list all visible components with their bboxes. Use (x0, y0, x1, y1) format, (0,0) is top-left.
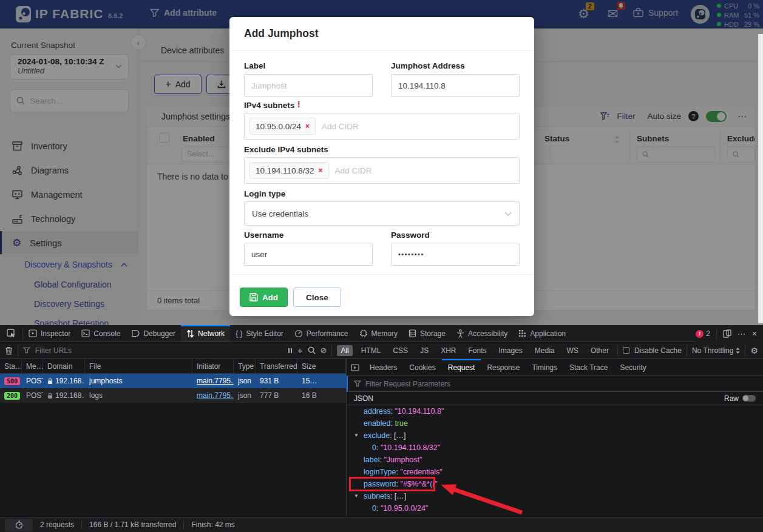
column-method[interactable]: Me… (22, 359, 43, 374)
clear-requests-icon[interactable] (5, 346, 13, 355)
error-count: 2 (706, 329, 710, 338)
json-value: "credentials" (400, 468, 442, 476)
details-tab-request[interactable]: Request (442, 359, 481, 375)
disable-cache-checkbox[interactable] (623, 347, 629, 354)
json-row-subnets-0[interactable]: 0: "10.95.0.0/24" (347, 502, 763, 514)
details-tab-headers[interactable]: Headers (364, 359, 403, 375)
tab-memory[interactable]: Memory (354, 325, 403, 342)
twisty-expanded-icon[interactable]: ▼ (354, 433, 359, 438)
json-tree: address: "10.194.110.8" enabled: true ▼ … (347, 405, 763, 517)
network-arrows-icon (186, 329, 194, 338)
json-row-logintype[interactable]: loginType: "credentials" (347, 466, 763, 478)
column-status[interactable]: Sta… (0, 359, 22, 374)
tab-accessibility[interactable]: Accessibility (451, 325, 513, 342)
tab-debugger[interactable]: Debugger (126, 325, 181, 342)
devtools-close-icon[interactable]: × (752, 329, 757, 338)
password-input[interactable] (391, 243, 520, 266)
remove-tag-icon[interactable]: × (319, 166, 323, 175)
json-row-address[interactable]: address: "10.194.110.8" (347, 405, 763, 417)
add-button[interactable]: Add (240, 288, 288, 307)
json-row-exclude[interactable]: ▼ exclude: […] (347, 429, 763, 442)
page-scrollbar[interactable] (758, 34, 763, 323)
filter-type-xhr[interactable]: XHR (437, 345, 459, 356)
block-icon[interactable]: ⊘ (320, 346, 327, 355)
request-params-filter (347, 376, 763, 392)
method-cell: POST (22, 391, 43, 400)
column-transferred[interactable]: Transferred (256, 359, 297, 374)
tab-label: Application (530, 329, 566, 338)
tab-label: Debugger (143, 329, 175, 338)
details-tab-timings[interactable]: Timings (526, 359, 563, 375)
network-settings-gear-icon[interactable]: ⚙ (750, 346, 758, 355)
filter-type-media[interactable]: Media (531, 345, 558, 356)
initiator-link[interactable]: main.7795… (197, 377, 234, 385)
json-row-enabled[interactable]: enabled: true (347, 417, 763, 429)
save-icon (249, 293, 258, 301)
filter-type-ws[interactable]: WS (563, 345, 582, 356)
label-field-label: Label (244, 61, 265, 70)
filter-type-html[interactable]: HTML (358, 345, 385, 356)
json-row-exclude-0[interactable]: 0: "10.194.110.8/32" (347, 442, 763, 454)
request-row-jumphosts[interactable]: 500 POST 192.168… jumphosts main.7795… j… (0, 374, 346, 388)
tab-inspector[interactable]: Inspector (23, 325, 76, 342)
responsive-design-icon[interactable] (723, 329, 731, 338)
initiator-link[interactable]: main.7795… (197, 391, 234, 400)
exclude-tag-input[interactable]: 10.194.110.8/32 × (244, 157, 520, 184)
filter-type-other[interactable]: Other (587, 345, 612, 356)
details-tab-response[interactable]: Response (481, 359, 526, 375)
exclude-add-cidr-input[interactable] (335, 166, 408, 175)
remove-tag-icon[interactable]: × (305, 122, 310, 130)
pause-icon[interactable] (288, 348, 293, 354)
login-type-select[interactable]: Use credentials (244, 201, 520, 226)
json-row-password[interactable]: password: "#$%^&*((" (347, 478, 763, 490)
filter-type-js[interactable]: JS (416, 345, 432, 356)
raw-toggle[interactable] (742, 395, 756, 402)
filter-type-css[interactable]: CSS (389, 345, 412, 356)
filter-type-images[interactable]: Images (495, 345, 526, 356)
json-value: "10.194.110.8" (395, 407, 444, 416)
error-count-button[interactable]: ! 2 (696, 329, 710, 338)
tab-storage[interactable]: Storage (403, 325, 451, 342)
column-domain[interactable]: Domain (43, 359, 85, 374)
throttling-select[interactable]: No Throttling (692, 346, 740, 355)
column-type[interactable]: Type (234, 359, 256, 374)
details-tab-stack-trace[interactable]: Stack Trace (563, 359, 614, 375)
json-key: exclude (364, 431, 390, 440)
tab-application[interactable]: Application (513, 325, 571, 342)
filter-urls-input[interactable] (35, 346, 283, 355)
size-cell: 16 B (297, 391, 346, 400)
filter-request-parameters-input[interactable] (365, 380, 757, 388)
devtools-tabbar: Inspector Console Debugger Network { } S… (0, 325, 763, 342)
label-input[interactable] (244, 74, 373, 97)
close-button[interactable]: Close (293, 288, 341, 307)
jumphost-address-input[interactable] (391, 74, 520, 97)
json-row-subnets[interactable]: ▼ subnets: […] (347, 490, 763, 502)
column-size[interactable]: Size (297, 359, 346, 374)
column-initiator[interactable]: Initiator (192, 359, 234, 374)
tab-style-editor[interactable]: { } Style Editor (230, 325, 289, 342)
filter-type-all[interactable]: All (337, 345, 352, 356)
request-details: Headers Cookies Request Response Timings… (346, 359, 763, 517)
filter-type-fonts[interactable]: Fonts (464, 345, 490, 356)
pick-element-button[interactable] (0, 325, 22, 342)
details-tab-cookies[interactable]: Cookies (403, 359, 441, 375)
tab-network[interactable]: Network (181, 325, 230, 342)
twisty-expanded-icon[interactable]: ▼ (354, 493, 359, 499)
search-icon[interactable] (308, 346, 316, 354)
details-tab-security[interactable]: Security (614, 359, 652, 375)
username-input[interactable] (244, 243, 373, 266)
tab-performance[interactable]: Performance (289, 325, 354, 342)
request-row-logs[interactable]: 200 POST 192.168… logs main.7795… json 7… (0, 388, 346, 403)
column-file[interactable]: File (85, 359, 192, 374)
tab-console[interactable]: Console (76, 325, 126, 342)
subnets-field-label: IPv4 subnets (244, 101, 294, 110)
subnets-add-cidr-input[interactable] (322, 122, 395, 131)
add-request-icon[interactable]: + (297, 345, 303, 355)
subnets-tag-input[interactable]: 10.95.0.0/24 × (244, 113, 520, 140)
split-panel-icon[interactable] (347, 359, 364, 375)
devtools-menu-icon[interactable]: ⋯ (738, 329, 746, 338)
separator (18, 345, 18, 356)
json-row-label[interactable]: label: "Jumphost" (347, 454, 763, 466)
performance-analysis-button[interactable] (5, 519, 33, 531)
json-key: 0 (372, 504, 376, 513)
